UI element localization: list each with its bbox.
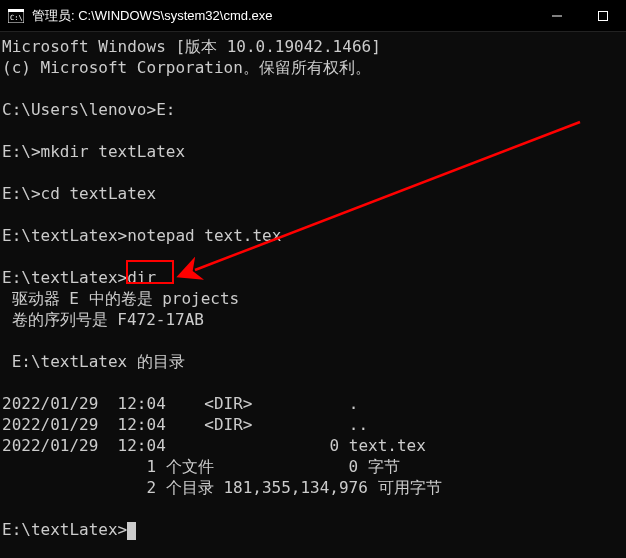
directory-of-line: E:\textLatex 的目录 <box>2 352 185 371</box>
svg-rect-1 <box>8 9 24 12</box>
prompt: E:\textLatex> <box>2 226 127 245</box>
prompt-current: E:\textLatex> <box>2 520 127 539</box>
version-line: Microsoft Windows [版本 10.0.19042.1466] <box>2 37 381 56</box>
prompt: E:\> <box>2 142 41 161</box>
maximize-button[interactable] <box>580 0 626 31</box>
svg-text:C:\: C:\ <box>10 14 23 22</box>
command: cd textLatex <box>41 184 157 203</box>
svg-rect-4 <box>599 11 608 20</box>
dir-entry: 2022/01/29 12:04 <DIR> . <box>2 394 358 413</box>
window-controls <box>534 0 626 31</box>
console-output[interactable]: Microsoft Windows [版本 10.0.19042.1466] (… <box>0 32 626 544</box>
prompt: E:\textLatex> <box>2 268 127 287</box>
command-highlighted: dir <box>127 268 156 287</box>
summary-line: 1 个文件 0 字节 <box>2 457 400 476</box>
command: mkdir textLatex <box>41 142 186 161</box>
prompt: C:\Users\lenovo> <box>2 100 156 119</box>
cursor <box>127 522 136 540</box>
dir-entry: 2022/01/29 12:04 0 text.tex <box>2 436 426 455</box>
prompt: E:\> <box>2 184 41 203</box>
command: notepad text.tex <box>127 226 281 245</box>
command: E: <box>156 100 175 119</box>
serial-line: 卷的序列号是 F472-17AB <box>2 310 204 329</box>
summary-line: 2 个目录 181,355,134,976 可用字节 <box>2 478 442 497</box>
minimize-button[interactable] <box>534 0 580 31</box>
copyright-line: (c) Microsoft Corporation。保留所有权利。 <box>2 58 371 77</box>
volume-line: 驱动器 E 中的卷是 projects <box>2 289 239 308</box>
window-titlebar: C:\ 管理员: C:\WINDOWS\system32\cmd.exe <box>0 0 626 32</box>
dir-entry: 2022/01/29 12:04 <DIR> .. <box>2 415 368 434</box>
cmd-icon: C:\ <box>0 9 32 23</box>
window-title: 管理员: C:\WINDOWS\system32\cmd.exe <box>32 7 534 25</box>
